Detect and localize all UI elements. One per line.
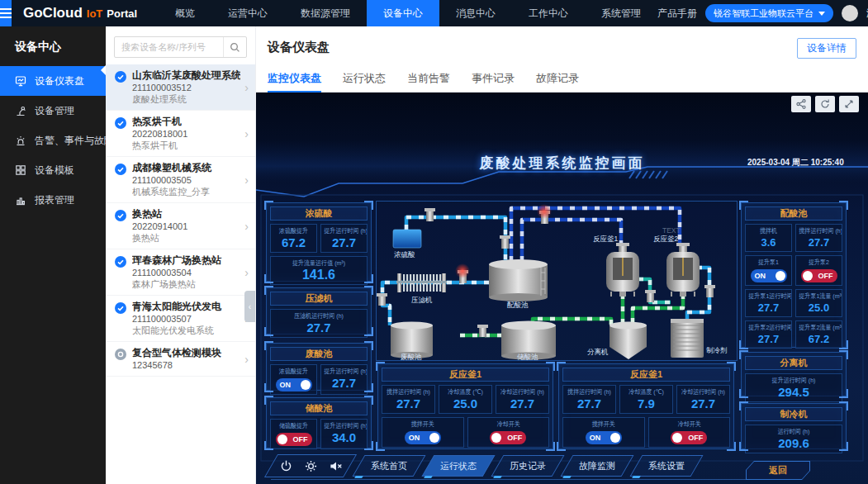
nav-item-overview[interactable]: 概览 — [159, 0, 211, 26]
alarm-glow — [537, 204, 552, 219]
sidebar-item-dashboard[interactable]: 设备仪表盘 — [0, 66, 106, 96]
toggle-switch[interactable]: ON — [276, 378, 312, 391]
sidebar-item-device-management[interactable]: 设备管理 — [0, 96, 106, 126]
scada-nav-fault-monitor[interactable]: 故障监测 — [567, 455, 628, 477]
nav-item-system[interactable]: 系统管理 — [585, 0, 657, 26]
tab-running-status[interactable]: 运行状态 — [343, 66, 386, 92]
device-offline-icon — [115, 349, 126, 360]
panel-title: 压滤机 — [270, 292, 368, 306]
scada-nav-running-status[interactable]: 运行状态 — [428, 455, 489, 477]
metric-value: 3.6 — [746, 235, 791, 249]
scada-nav-home[interactable]: 系统首页 — [358, 455, 420, 477]
device-search — [114, 36, 247, 58]
toggle-switch[interactable]: OFF — [276, 433, 312, 446]
back-button[interactable]: 返回 — [746, 461, 810, 480]
metric-cell: 提升泵1运行时间 (h) 27.7 — [745, 289, 792, 317]
toggle-knob — [301, 380, 311, 390]
platform-select[interactable]: 锐谷智联工业物联云平台 — [705, 4, 833, 22]
search-input[interactable] — [115, 42, 223, 52]
toggle-switch[interactable]: ON — [586, 431, 622, 444]
toggle-switch[interactable]: ON — [405, 431, 441, 444]
sidebar-item-alarms[interactable]: 告警、事件与故障 — [0, 126, 106, 155]
nav-item-operations[interactable]: 运营中心 — [211, 0, 284, 26]
metric-value: 67.2 — [796, 332, 842, 346]
toggle-knob — [803, 271, 813, 281]
panel-waste-pool: 废酸池 浓硫酸提升 ON 提升运行时间 (h) 27.7 — [266, 343, 372, 391]
device-list-item[interactable]: 青海太阳能光伏发电 211100003507 太阳能光伏发电系统 › — [106, 296, 255, 342]
hamburger-menu-icon[interactable] — [0, 0, 12, 26]
filter-press — [396, 273, 447, 292]
sidebar-item-label: 设备模板 — [35, 164, 74, 178]
metric-label: 提升泵1流量 (m³) — [799, 292, 838, 301]
search-button[interactable] — [223, 37, 246, 57]
nav-item-data-source[interactable]: 数据源管理 — [284, 0, 367, 26]
power-icon[interactable] — [279, 459, 293, 473]
device-list-item[interactable]: 热泵烘干机 20220818001 热泵烘干机 › — [106, 111, 255, 157]
toggle-switch[interactable]: OFF — [671, 431, 707, 444]
app-logo: GoCloud IoT Portal — [23, 5, 137, 21]
nav-item-message-center[interactable]: 消息中心 — [439, 0, 512, 26]
scada-nav-history[interactable]: 历史记录 — [497, 455, 558, 477]
metric-label: 提升泵2运行时间 (h) — [748, 324, 788, 332]
toggle-switch[interactable]: OFF — [490, 431, 526, 444]
metric-cell: 提升泵1流量 (m³) 25.0 — [795, 289, 842, 317]
nav-item-work-center[interactable]: 工作中心 — [512, 0, 585, 26]
main-header: 设备仪表盘 设备详情 — [256, 26, 868, 66]
metric-label: 浓硫酸提升 — [273, 227, 313, 235]
settings-gear-icon[interactable] — [304, 459, 318, 473]
device-list-item[interactable]: 珲春森林广场换热站 211100003504 森林广场换热站 › — [106, 249, 255, 296]
metric-value: 27.7 — [496, 396, 548, 411]
metric-cell: 提升运行时间 (h) 27.7 — [320, 364, 368, 395]
avatar[interactable] — [842, 5, 858, 21]
metric-value: 209.6 — [746, 436, 842, 451]
panel-filter-press: 压滤机 压滤机运行时间 (h) 27.7 — [266, 287, 372, 335]
metric-label: 搅拌运行时间 (h) — [386, 388, 431, 396]
dashboard-icon — [15, 75, 26, 87]
label-refrigerant: 制冷剂 — [706, 346, 728, 354]
device-list-item[interactable]: 成都橡塑机械系统 211100003505 机械系统监控_分享 › — [106, 157, 255, 203]
toggle-cell: 提升泵2 OFF — [795, 255, 842, 286]
panel-sulfuric-acid: 浓硫酸 浓硫酸提升 67.2 提升运行时间 (h) 27.7 提升流量运行值 (… — [266, 202, 372, 282]
metric-label: 提升运行时间 (h) — [324, 422, 363, 430]
mute-icon[interactable] — [329, 459, 343, 473]
label-reactor1: 反应釜1 — [593, 235, 619, 243]
metric-cell: 冷却温度 (℃) 25.0 — [439, 385, 492, 414]
toggle-state: ON — [406, 434, 423, 442]
toggle-cell: 提升泵1 ON — [745, 255, 792, 286]
device-list-item[interactable]: 换热站 20220914001 换热站 › — [106, 203, 255, 249]
toggle-switch[interactable]: ON — [751, 269, 787, 282]
device-name: 复合型气体检测模块 — [132, 347, 240, 359]
refresh-icon[interactable] — [815, 96, 835, 112]
panel-reactor-2: 反应釜1 搅拌运行时间 (h) 27.7 冷却温度 (℃) 7.9 冷却运行时间… — [558, 363, 734, 449]
product-manual-link[interactable]: 产品手册 — [657, 7, 697, 21]
chiller-unit — [671, 319, 704, 358]
tab-monitor-dashboard[interactable]: 监控仪表盘 — [268, 66, 321, 92]
tab-current-alarms[interactable]: 当前告警 — [407, 66, 450, 92]
alarm-siren-icon — [15, 135, 26, 146]
nav-item-device-center[interactable]: 设备中心 — [367, 0, 439, 26]
chevron-right-icon: › — [244, 173, 249, 187]
sidebar-item-templates[interactable]: 设备模板 — [0, 155, 106, 185]
device-list-item[interactable]: 复合型气体检测模块 12345678 › — [106, 342, 255, 377]
device-detail-button[interactable]: 设备详情 — [797, 38, 856, 59]
toggle-state: OFF — [816, 272, 836, 280]
toggle-switch[interactable]: OFF — [801, 269, 837, 282]
metric-label: 提升运行时间 (h) — [752, 377, 836, 385]
toggle-knob — [776, 271, 785, 281]
tab-event-log[interactable]: 事件记录 — [472, 66, 515, 92]
metric-cell: 冷却温度 (℃) 7.9 — [619, 385, 673, 414]
share-icon[interactable] — [791, 96, 811, 112]
device-list-item[interactable]: 山东临沂某废酸处理系统 211100003512 废酸处理系统 › — [106, 64, 255, 111]
scada-nav-label: 系统首页 — [371, 461, 407, 471]
bottom-bar-underline — [271, 479, 776, 480]
scada-nav-settings[interactable]: 系统设置 — [636, 455, 697, 477]
fullscreen-icon[interactable] — [839, 96, 859, 112]
scada-timestamp: 2025-03-04 周二 10:25:40 — [747, 157, 844, 168]
tab-fault-log[interactable]: 故障记录 — [536, 66, 579, 92]
scada-nav-label: 故障监测 — [579, 461, 615, 471]
scada-toolbar — [791, 96, 859, 112]
device-name: 珲春森林广场换热站 — [132, 254, 240, 267]
sidebar-item-reports[interactable]: 报表管理 — [0, 185, 106, 215]
panel-collapse-handle[interactable]: ‹ — [244, 291, 255, 322]
logo-portal: Portal — [107, 7, 137, 20]
